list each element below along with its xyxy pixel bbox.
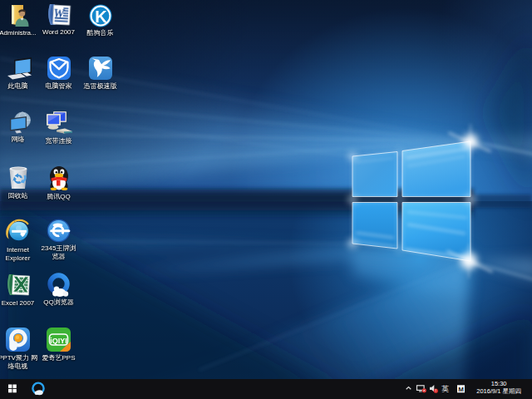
svg-text:iQIYI: iQIYI bbox=[50, 337, 67, 345]
svg-text:英: 英 bbox=[441, 385, 449, 393]
svg-text:K: K bbox=[95, 7, 107, 26]
svg-text:M: M bbox=[458, 386, 464, 393]
